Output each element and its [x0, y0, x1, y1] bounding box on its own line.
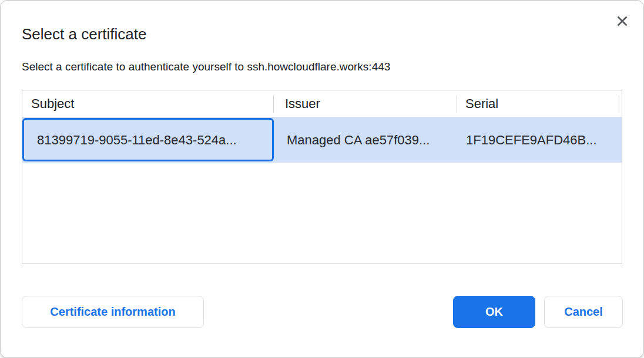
column-divider — [457, 95, 457, 113]
cell-subject: 81399719-9055-11ed-8e43-524a... — [37, 117, 237, 163]
dialog-title: Select a certificate — [22, 24, 146, 44]
certificate-select-dialog: Select a certificate Select a certificat… — [0, 0, 644, 358]
cell-issuer: Managed CA ae57f039... — [287, 117, 430, 163]
ok-button[interactable]: OK — [453, 296, 535, 328]
cancel-button[interactable]: Cancel — [544, 296, 623, 328]
close-icon — [616, 15, 628, 27]
column-header-subject: Subject — [31, 90, 74, 117]
cell-serial: 1F19CEFE9AFD46B... — [466, 117, 597, 163]
certificate-table: Subject Issuer Serial 81399719-9055-11ed… — [22, 90, 622, 264]
close-button[interactable] — [613, 12, 632, 31]
column-header-issuer: Issuer — [285, 90, 320, 117]
certificate-information-button[interactable]: Certificate information — [22, 296, 204, 328]
column-header-serial: Serial — [465, 90, 498, 117]
certificate-table-row[interactable]: 81399719-9055-11ed-8e43-524a... Managed … — [22, 117, 622, 163]
dialog-subtitle: Select a certificate to authenticate you… — [22, 58, 390, 76]
table-header-row: Subject Issuer Serial — [22, 90, 622, 117]
column-divider — [619, 95, 619, 113]
column-divider — [273, 95, 274, 113]
